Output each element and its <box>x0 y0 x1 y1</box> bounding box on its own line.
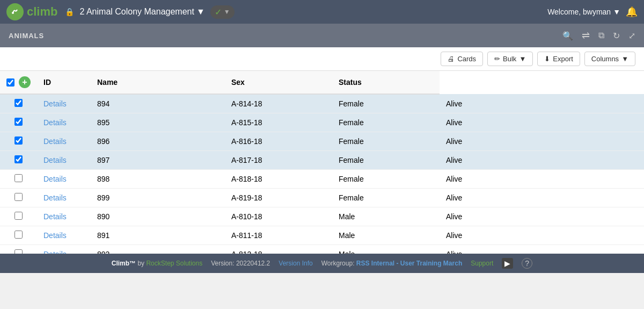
row-checkbox[interactable] <box>14 99 23 107</box>
row-status: Alive <box>440 132 644 151</box>
row-id: 899 <box>91 189 225 207</box>
row-checkbox[interactable] <box>14 249 23 254</box>
row-name: A-814-18 <box>225 94 332 113</box>
row-sex: Male <box>332 226 440 245</box>
row-name: A-811-18 <box>225 226 332 245</box>
details-link[interactable]: Details <box>43 137 67 146</box>
row-name: A-815-18 <box>225 113 332 132</box>
row-id: 896 <box>91 132 225 151</box>
status-badge[interactable]: ✓ ▼ <box>210 5 235 19</box>
rockstep-link[interactable]: RockStep Solutions <box>146 260 202 267</box>
row-checkbox-cell[interactable] <box>0 245 37 254</box>
row-checkbox-cell[interactable] <box>0 226 37 245</box>
row-status: Alive <box>440 170 644 189</box>
details-link[interactable]: Details <box>43 118 67 127</box>
table-row: Details 897 A-817-18 Female Alive <box>0 151 644 170</box>
row-sex: Female <box>332 132 440 151</box>
export-button[interactable]: ⬇ Export <box>537 52 580 66</box>
notification-bell-icon[interactable]: 🔔 <box>626 6 638 18</box>
row-checkbox-cell[interactable] <box>0 207 37 226</box>
row-id: 892 <box>91 245 225 254</box>
svg-point-0 <box>10 6 20 17</box>
refresh-icon[interactable]: ↻ <box>613 31 620 41</box>
row-checkbox-cell[interactable] <box>0 170 37 189</box>
details-link[interactable]: Details <box>43 250 67 254</box>
copy-icon[interactable]: ⧉ <box>598 31 604 40</box>
logo-area: climb <box>6 3 57 20</box>
search-icon[interactable]: 🔍 <box>562 31 573 41</box>
table-row: Details 894 A-814-18 Female Alive <box>0 94 644 113</box>
columns-label: Columns <box>591 55 619 63</box>
row-checkbox[interactable] <box>14 231 23 239</box>
filter-icon[interactable]: ⇌ <box>582 30 590 41</box>
version-info-link[interactable]: Version Info <box>279 260 312 267</box>
row-sex: Female <box>332 94 440 113</box>
footer-by: by <box>137 260 144 267</box>
section-toolbar: 🔍 ⇌ ⧉ ↻ ⤢ <box>562 30 635 41</box>
row-id: 894 <box>91 94 225 113</box>
badge-arrow: ▼ <box>224 8 230 16</box>
footer-workgroup: Workgroup: RSS Internal - User Training … <box>321 260 463 267</box>
add-animal-button[interactable]: + <box>19 76 31 88</box>
welcome-menu[interactable]: Welcome, bwyman ▼ <box>547 8 620 16</box>
support-link[interactable]: Support <box>471 260 493 267</box>
bulk-label: Bulk <box>503 55 516 63</box>
pin-icon[interactable]: ⤢ <box>628 31 635 41</box>
row-status: Alive <box>440 245 644 254</box>
row-checkbox[interactable] <box>14 136 23 145</box>
row-name: A-818-18 <box>225 170 332 189</box>
row-checkbox[interactable] <box>14 174 23 182</box>
logo-icon[interactable] <box>6 3 24 20</box>
row-status: Alive <box>440 113 644 132</box>
welcome-arrow: ▼ <box>613 8 620 16</box>
row-name: A-819-18 <box>225 189 332 207</box>
details-link[interactable]: Details <box>43 193 67 202</box>
row-sex: Male <box>332 245 440 254</box>
row-checkbox[interactable] <box>14 212 23 220</box>
table-wrapper: + ID Name Sex Status Details 894 A-814-1… <box>0 71 644 254</box>
select-all-checkbox[interactable] <box>6 78 14 87</box>
row-name: A-812-18 <box>225 245 332 254</box>
select-all-header[interactable]: + <box>0 71 37 94</box>
section-header: ANIMALS 🔍 ⇌ ⧉ ↻ ⤢ <box>0 24 644 47</box>
row-checkbox[interactable] <box>14 118 23 126</box>
table-row: Details 891 A-811-18 Male Alive <box>0 226 644 245</box>
details-link[interactable]: Details <box>43 231 67 240</box>
pencil-icon: ✏ <box>494 55 500 63</box>
row-id: 895 <box>91 113 225 132</box>
project-selector[interactable]: 2 Animal Colony Management ▼ <box>79 7 204 17</box>
row-id-cell: Details <box>37 113 91 132</box>
details-link[interactable]: Details <box>43 156 67 164</box>
details-link[interactable]: Details <box>43 175 67 183</box>
table-row: Details 896 A-816-18 Female Alive <box>0 132 644 151</box>
row-sex: Female <box>332 170 440 189</box>
help-icon[interactable]: ? <box>522 258 532 269</box>
welcome-text: Welcome, bwyman <box>547 8 611 16</box>
row-checkbox[interactable] <box>14 193 23 201</box>
youtube-icon[interactable]: ▶ <box>502 258 513 269</box>
row-checkbox-cell[interactable] <box>0 94 37 113</box>
row-id: 890 <box>91 207 225 226</box>
row-checkbox-cell[interactable] <box>0 189 37 207</box>
row-checkbox-cell[interactable] <box>0 151 37 170</box>
cards-button[interactable]: 🖨 Cards <box>441 52 483 66</box>
columns-button[interactable]: Columns ▼ <box>584 52 635 66</box>
workgroup-link[interactable]: RSS Internal - User Training March <box>356 260 462 267</box>
row-id-cell: Details <box>37 226 91 245</box>
checkmark-icon: ✓ <box>215 7 222 17</box>
project-dropdown-arrow: ▼ <box>196 7 205 17</box>
row-checkbox-cell[interactable] <box>0 132 37 151</box>
bulk-button[interactable]: ✏ Bulk ▼ <box>487 52 533 66</box>
details-link[interactable]: Details <box>43 212 67 221</box>
row-id-cell: Details <box>37 151 91 170</box>
row-status: Alive <box>440 94 644 113</box>
row-id-cell: Details <box>37 189 91 207</box>
section-title: ANIMALS <box>9 32 44 40</box>
top-navigation: climb 🔒 2 Animal Colony Management ▼ ✓ ▼… <box>0 0 644 24</box>
row-checkbox-cell[interactable] <box>0 113 37 132</box>
table-row: Details 899 A-819-18 Female Alive <box>0 189 644 207</box>
row-checkbox[interactable] <box>14 155 23 163</box>
row-status: Alive <box>440 151 644 170</box>
table-row: Details 895 A-815-18 Female Alive <box>0 113 644 132</box>
details-link[interactable]: Details <box>43 99 67 108</box>
